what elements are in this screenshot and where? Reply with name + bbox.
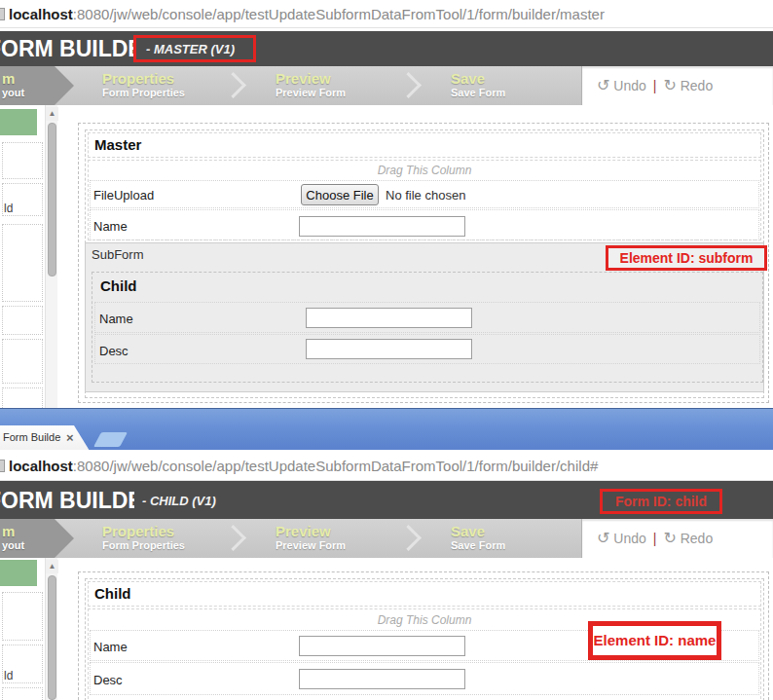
chevron-icon	[220, 525, 246, 551]
field-label: Name	[99, 312, 133, 326]
palette-item[interactable]	[2, 306, 43, 335]
tab-properties[interactable]: Properties Form Properties	[102, 70, 185, 99]
form-id-annotation-box: Form ID: child	[600, 489, 722, 514]
name-annotation-box: Element ID: name	[588, 621, 721, 660]
tab-design-form-sublabel: yout	[2, 539, 24, 552]
undo-redo-separator: |	[646, 78, 664, 93]
url-host: localhost	[9, 458, 73, 474]
master-window: localhost:8080/jw/web/console/app/testUp…	[0, 0, 773, 408]
palette-item[interactable]: ld	[2, 183, 43, 216]
redo-icon: ↻	[663, 77, 676, 93]
tab-save-sublabel: Save Form	[451, 87, 505, 99]
url-text[interactable]: localhost:8080/jw/web/console/app/testUp…	[9, 452, 598, 480]
tab-properties[interactable]: Properties Form Properties	[102, 523, 185, 552]
scroll-thumb[interactable]	[48, 575, 56, 700]
field-row-fileupload[interactable]: FileUpload Choose File No file chosen	[90, 180, 759, 208]
palette-item-green[interactable]	[0, 109, 37, 135]
app-header: FORM BUILDER - CHILD (V1) Form ID: child	[0, 481, 773, 519]
version-label: - CHILD (V1)	[142, 494, 216, 508]
palette-scrollbar[interactable]: ▲	[45, 558, 57, 700]
address-bar[interactable]: localhost:8080/jw/web/console/app/testUp…	[0, 450, 773, 481]
palette-scrollbar[interactable]: ▲	[45, 105, 57, 408]
tab-save[interactable]: Save Save Form	[451, 70, 505, 99]
subform-annotation-box: Element ID: subform	[606, 245, 767, 271]
section-title-row[interactable]: Master	[88, 132, 761, 158]
app-title: FORM BUILDER	[0, 486, 134, 515]
palette-item[interactable]	[2, 592, 43, 641]
chevron-icon	[395, 72, 422, 98]
subform-desc-input[interactable]	[306, 339, 472, 359]
name-input[interactable]	[299, 636, 465, 656]
browser-tab[interactable]: Form Builde ×	[0, 425, 90, 451]
tab-design-form-label: m	[2, 523, 15, 539]
palette-item[interactable]	[2, 224, 43, 302]
name-input[interactable]	[299, 216, 465, 237]
tab-preview[interactable]: Preview Preview Form	[276, 70, 346, 99]
form-id-annotation: Form ID: child	[615, 494, 707, 509]
tab-save-label: Save	[451, 70, 505, 87]
scroll-up-button[interactable]: ▲	[46, 107, 58, 121]
tab-save-label: Save	[451, 523, 505, 539]
field-row-name[interactable]: Name	[90, 209, 759, 240]
version-highlight-box: - MASTER (V1)	[133, 35, 256, 62]
file-status-text: No file chosen	[386, 188, 465, 203]
undo-redo-panel: ↺ Undo|↻ Redo	[581, 519, 773, 558]
form-title: Master	[94, 136, 141, 153]
scroll-up-button[interactable]: ▲	[46, 560, 58, 573]
field-row-desc[interactable]: Desc	[90, 662, 759, 695]
form-column[interactable]: Drag This Column FileUpload Choose File …	[88, 160, 761, 240]
form-canvas: Child Drag This Column Name Desc Element…	[78, 571, 769, 700]
tab-properties-sublabel: Form Properties	[102, 539, 185, 552]
redo-button[interactable]: ↻ Redo	[663, 78, 713, 93]
new-tab-button[interactable]	[93, 432, 128, 447]
tab-design-form-label: m	[2, 70, 15, 87]
tab-design-form[interactable]: m yout	[0, 66, 74, 105]
browser-titlebar[interactable]: Form Builde ×	[0, 408, 773, 450]
palette-item[interactable]: ld	[2, 645, 43, 683]
section-title-row[interactable]: Child	[88, 581, 761, 607]
subform-inner-canvas: Child Name Desc	[92, 272, 763, 383]
desc-input[interactable]	[299, 669, 465, 689]
tab-close-icon[interactable]: ×	[66, 425, 74, 450]
subform-annotation: Element ID: subform	[620, 250, 754, 266]
builder-toolbar: m yout Properties Form Properties Previe…	[0, 519, 773, 558]
subform-name-input[interactable]	[306, 308, 472, 328]
form-canvas: Master Drag This Column FileUpload Choos…	[78, 123, 769, 403]
tab-design-form[interactable]: m yout	[0, 519, 74, 558]
version-label: - MASTER (V1)	[146, 42, 235, 56]
url-host: localhost	[9, 6, 73, 22]
palette-item[interactable]	[2, 387, 43, 408]
subform-form-title: Child	[100, 277, 137, 294]
subform-field-row-name[interactable]: Name	[94, 302, 760, 333]
undo-icon: ↺	[597, 530, 609, 546]
tab-preview[interactable]: Preview Preview Form	[276, 523, 346, 552]
page-icon	[0, 460, 5, 472]
palette-item-label: ld	[4, 202, 13, 215]
builder-toolbar: m yout Properties Form Properties Previe…	[0, 66, 773, 105]
undo-button[interactable]: ↺ Undo	[597, 531, 646, 546]
palette-item[interactable]	[2, 339, 43, 384]
palette-item[interactable]	[2, 142, 43, 179]
url-text[interactable]: localhost:8080/jw/web/console/app/testUp…	[9, 0, 605, 28]
field-label: Name	[93, 219, 128, 234]
subform-field-row-desc[interactable]: Desc	[94, 334, 760, 364]
tab-save-sublabel: Save Form	[451, 539, 505, 552]
scroll-thumb[interactable]	[48, 123, 56, 276]
redo-icon: ↻	[663, 530, 676, 546]
subform-panel[interactable]: SubForm Element ID: subform Child Name D…	[85, 242, 764, 392]
tab-save[interactable]: Save Save Form	[451, 523, 505, 552]
field-label: FileUpload	[93, 188, 154, 203]
redo-button[interactable]: ↻ Redo	[663, 531, 713, 546]
palette-item[interactable]	[2, 687, 43, 700]
form-title: Child	[94, 585, 131, 602]
tab-properties-label: Properties	[102, 70, 185, 87]
url-path: :8080/jw/web/console/app/testUpdateSubfo…	[73, 458, 598, 474]
field-label: Desc	[93, 673, 123, 687]
subform-title-row: Child	[94, 275, 760, 299]
page-icon	[0, 8, 5, 20]
tab-design-form-sublabel: yout	[2, 87, 24, 99]
undo-button[interactable]: ↺ Undo	[597, 78, 646, 93]
choose-file-button[interactable]: Choose File	[301, 184, 379, 205]
address-bar[interactable]: localhost:8080/jw/web/console/app/testUp…	[0, 0, 773, 28]
palette-item-green[interactable]	[0, 560, 37, 586]
